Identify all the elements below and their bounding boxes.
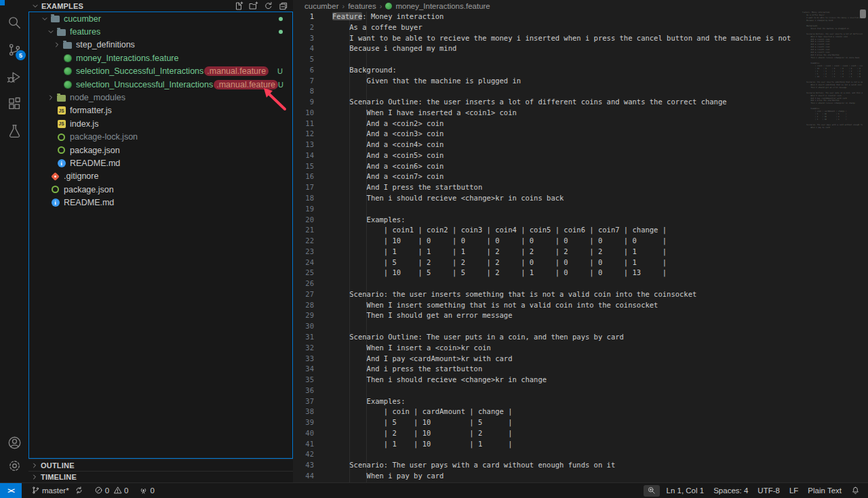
code-line-32[interactable]: 32 When I insert a <coin>kr coin [293,343,802,354]
code-line-39[interactable]: 39 | 5 | 10 | 5 | [293,417,802,428]
tree-item-package-json[interactable]: package.json [29,183,292,196]
code-line-8[interactable]: 8 [293,86,802,97]
tree-item-step-definitions[interactable]: step_definitions [29,39,292,51]
tree-item-features[interactable]: features [29,25,292,38]
new-folder-button[interactable] [248,0,259,12]
code-line-10[interactable]: 10 When I have inserted a <coin1> coin [293,108,802,119]
code-line-14[interactable]: 14 And a <coin5> coin [293,150,802,161]
tree-item-selection-successful-interactions[interactable]: selection_Successful_Interactions.manual… [29,65,292,78]
code-line-37[interactable]: 37 Examples: [293,396,802,407]
code-line-13[interactable]: 13 And a <coin4> coin [293,140,802,150]
timeline-panel-header[interactable]: TIMELINE [28,471,293,482]
new-file-button[interactable] [233,0,244,12]
code-line-33[interactable]: 33 And I pay <cardAmount>kr with card [293,354,802,365]
code-line-38[interactable]: 38 | coin | cardAmount | change | [293,407,802,417]
language-mode[interactable]: Plain Text [805,483,844,498]
tree-item--gitignore[interactable]: .gitignore [29,170,292,183]
problems-status[interactable]: 0 0 [92,483,132,498]
code-line-41[interactable]: 41 | 1 | 10 | 1 | [293,439,802,450]
code-line-23[interactable]: 23 | 1 | 1 | 1 | 2 | 2 | 2 | 2 | 1 | [293,247,802,257]
code-line-3[interactable]: 3 I want to be able to recieve the money… [293,33,802,44]
breadcrumb-item-file[interactable]: money_Interactions.feature [385,2,490,10]
encoding-setting[interactable]: UTF-8 [755,483,783,498]
code-line-18[interactable]: 18 Then i should recieve <change>kr in c… [293,193,802,204]
code-line-35[interactable]: 35 Then i should recieve <change>kr in c… [293,375,802,386]
eol-setting[interactable]: LF [787,483,801,498]
source-control-icon[interactable]: 5 [5,41,23,58]
code-line-21[interactable]: 21 | coin1 | coin2 | coin3 | coin4 | coi… [293,225,802,236]
tree-item-index-js[interactable]: JSindex.js [29,117,292,130]
tree-item-selection-unsuccessful-interactions[interactable]: selection_Unsuccessful_Interactions.manu… [29,78,292,91]
code-line-15[interactable]: 15 And a <coin6> coin [293,161,802,172]
git-branch-status[interactable]: master* [28,483,86,498]
indentation-setting[interactable]: Spaces: 4 [711,483,751,498]
extensions-icon[interactable] [5,95,23,112]
testing-icon[interactable] [5,122,23,140]
code-line-9[interactable]: 9 Scenario Outline: the user inserts a l… [293,97,802,108]
code-line-6[interactable]: 6 Background: [293,65,802,76]
tree-item-package-lock-json[interactable]: package-lock.json [29,131,292,144]
code-line-43[interactable]: 43 Scenario: The user pays with a card w… [293,460,802,471]
tree-item-label: cucumber [64,14,101,24]
code-line-34[interactable]: 34 And i press the startbutton [293,364,802,375]
tree-item-readme-md[interactable]: iREADME.md [29,157,292,169]
cursor-position[interactable]: Ln 1, Col 1 [664,483,707,498]
code-line-7[interactable]: 7 Given that the machine is plugged in [293,76,802,87]
code-line-26[interactable]: 26 [293,278,802,289]
code-line-36[interactable]: 36 [293,386,802,396]
chevron-right-icon[interactable] [52,41,62,48]
code-text: Examples: [323,215,802,226]
screencast-zoom-button[interactable] [644,485,660,497]
code-text: | coin | cardAmount | change | [323,407,802,417]
notifications-bell[interactable] [848,483,863,498]
code-line-1[interactable]: 1Feature: Money interaction [293,12,802,22]
code-line-24[interactable]: 24 | 5 | 2 | 2 | 2 | 0 | 0 | 0 | 1 | [293,257,802,268]
scrollbar-marker[interactable] [860,9,866,18]
tree-item-formatter-js[interactable]: JSformatter.js [29,104,292,117]
code-line-12[interactable]: 12 And a <coin3> coin [293,129,802,140]
code-line-16[interactable]: 16 And a <coin7> coin [293,171,802,182]
line-number: 12 [293,129,323,140]
refresh-explorer-button[interactable] [262,0,274,12]
search-icon[interactable] [5,14,23,31]
code-line-44[interactable]: 44 When i pay by card [293,471,802,482]
code-area[interactable]: 1Feature: Money interaction2 As a coffee… [293,12,802,482]
code-line-22[interactable]: 22 | 10 | 0 | 0 | 0 | 0 | 0 | 0 | 0 | [293,236,802,247]
tree-item-money-interactions-feature[interactable]: money_Interactions.feature [29,51,292,64]
code-line-4[interactable]: 4 Because i changed my mind [293,43,802,54]
code-line-28[interactable]: 28 When I insert something that is not a… [293,300,802,311]
explorer-section-header[interactable]: EXAMPLES [28,0,293,12]
breadcrumb-item-cucumber[interactable]: cucumber [304,2,339,10]
minimap[interactable]: Feature: Money interaction As a coffee b… [802,12,863,482]
code-line-19[interactable]: 19 [293,204,802,215]
code-line-11[interactable]: 11 And a <coin2> coin [293,119,802,129]
settings-icon[interactable] [5,457,23,474]
collapse-folders-button[interactable] [277,0,289,12]
code-line-42[interactable]: 42 [293,449,802,460]
chevron-right-icon[interactable] [45,94,56,101]
code-line-20[interactable]: 20 Examples: [293,215,802,226]
code-line-2[interactable]: 2 As a coffee buyer [293,22,802,33]
remote-indicator[interactable]: >< [0,483,22,498]
code-line-5[interactable]: 5 [293,54,802,65]
ports-status[interactable]: 0 [136,483,157,498]
code-line-29[interactable]: 29 Then I should get an error message [293,310,802,321]
run-debug-icon[interactable] [5,68,23,85]
code-line-40[interactable]: 40 | 2 | 10 | 2 | [293,428,802,439]
tree-item-readme-md[interactable]: iREADME.md [29,196,292,209]
accounts-icon[interactable] [5,434,23,451]
cucumber-file-icon [62,79,73,89]
code-line-17[interactable]: 17 And I press the startbutton [293,182,802,193]
line-number: 4 [293,43,323,54]
outline-panel-header[interactable]: OUTLINE [28,459,293,471]
tree-item-node-modules[interactable]: node_modules [29,91,292,104]
code-line-25[interactable]: 25 | 10 | 5 | 5 | 2 | 1 | 0 | 0 | 13 | [293,268,802,278]
code-line-27[interactable]: 27 Scenario: the user inserts something … [293,289,802,300]
code-line-31[interactable]: 31 Scenario Outline: The user puts in a … [293,332,802,343]
code-line-30[interactable]: 30 [293,321,802,332]
breadcrumb-item-features[interactable]: features [348,2,376,10]
chevron-down-icon[interactable] [39,16,50,22]
chevron-down-icon[interactable] [45,28,56,35]
tree-item-package-json[interactable]: package.json [29,144,292,157]
tree-item-cucumber[interactable]: cucumber [29,12,292,25]
